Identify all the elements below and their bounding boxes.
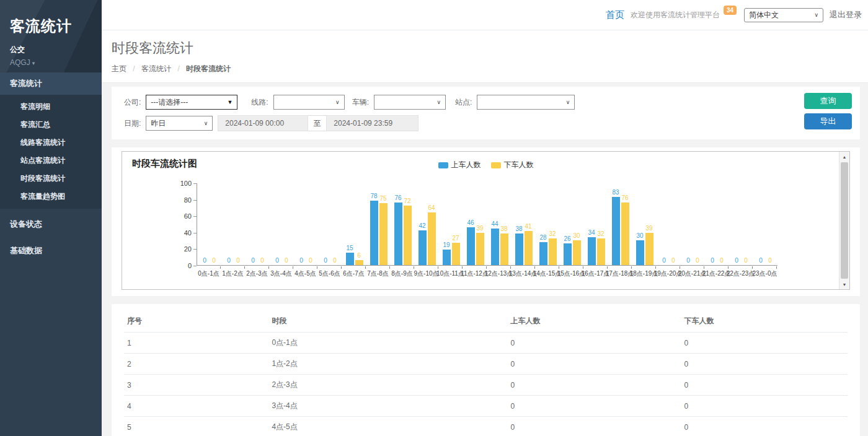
x-tick xyxy=(608,266,632,269)
table-header-cell: 上车人数 xyxy=(508,310,681,333)
x-tick xyxy=(487,266,511,269)
table-cell: 3 xyxy=(124,375,268,396)
welcome-text: 欢迎使用客流统计管理平台 xyxy=(631,10,720,20)
filter-row-1: 公司: ---请选择--- ▼ 线路: ∨ 车辆: ∨ 站点: xyxy=(124,94,848,110)
table-header-cell: 序号 xyxy=(124,310,268,333)
table-row: 10点-1点00 xyxy=(124,333,848,354)
bar-value-label: 30 xyxy=(636,232,643,239)
chart-panel: 时段车流统计图 上车人数 下车人数 0000000000001567875767… xyxy=(112,147,860,296)
filter-actions: 查询 导出 xyxy=(804,93,852,129)
company-value: ---请选择--- xyxy=(151,97,188,108)
bar-group: 3432 xyxy=(584,183,608,265)
table-cell: 0 xyxy=(508,396,681,417)
chart-title: 时段车流统计图 xyxy=(132,158,197,170)
x-axis-label: 8点-9点 xyxy=(390,269,414,278)
legend-item-boarding[interactable]: 上车人数 xyxy=(438,160,481,170)
bar-value-label: 42 xyxy=(418,222,425,229)
sidebar-subitem[interactable]: 客流明细 xyxy=(0,98,102,116)
x-tick xyxy=(197,266,221,269)
sidebar-subitem[interactable]: 站点客流统计 xyxy=(0,152,102,170)
bar-value-label: 0 xyxy=(236,257,240,264)
x-axis-label: 4点-5点 xyxy=(293,269,317,278)
x-tick xyxy=(438,266,463,269)
bar-group: 7875 xyxy=(366,183,391,265)
bar-group: 00 xyxy=(270,183,294,265)
sidebar-section[interactable]: 客流统计 xyxy=(0,72,102,95)
bar-group: 7672 xyxy=(391,183,415,265)
bar: 28 xyxy=(539,242,547,265)
table-cell: 0 xyxy=(681,396,848,417)
export-button[interactable]: 导出 xyxy=(804,113,852,129)
bar: 78 xyxy=(370,201,378,265)
bar: 38 xyxy=(515,233,523,265)
scroll-down-arrow-icon[interactable]: ▼ xyxy=(839,279,849,289)
bar: 39 xyxy=(645,233,653,265)
y-axis-label: 100 xyxy=(170,180,192,187)
x-tick xyxy=(269,266,293,269)
sidebar-subitem[interactable]: 客流汇总 xyxy=(0,116,102,134)
bar: 83 xyxy=(612,197,620,265)
legend-item-alighting[interactable]: 下车人数 xyxy=(491,160,534,170)
sidebar-section[interactable]: 基础数据 xyxy=(0,240,102,262)
line-label: 线路: xyxy=(251,97,268,108)
table-row: 21点-2点00 xyxy=(124,354,848,375)
station-select[interactable]: ∨ xyxy=(477,95,575,110)
company-label: 公司: xyxy=(124,97,141,108)
bar-value-label: 0 xyxy=(671,257,675,264)
x-axis-label: 14点-15点 xyxy=(535,269,559,278)
x-tick xyxy=(511,266,535,269)
x-tick xyxy=(293,266,317,269)
user-menu[interactable]: AQGJ▾ xyxy=(10,58,92,67)
company-select[interactable]: ---请选择--- ▼ xyxy=(146,95,237,110)
y-axis-label: 20 xyxy=(170,245,192,253)
breadcrumb-section[interactable]: 客流统计 xyxy=(141,64,171,73)
sidebar-subitem[interactable]: 时段客流统计 xyxy=(0,170,102,188)
legend-swatch-blue xyxy=(438,162,448,168)
bar-group: 3841 xyxy=(512,183,536,265)
date-preset-select[interactable]: 昨日 ∨ xyxy=(146,116,213,131)
table-cell: 0 xyxy=(508,417,681,436)
x-tick xyxy=(656,266,680,269)
x-axis-label: 18点-19点 xyxy=(632,269,656,278)
date-from-input[interactable]: 2024-01-09 00:00 xyxy=(218,115,308,131)
bar: 39 xyxy=(476,233,484,265)
sidebar-section[interactable]: 设备状态 xyxy=(0,213,102,235)
line-select[interactable]: ∨ xyxy=(273,95,345,110)
notification-badge[interactable]: 34 xyxy=(724,6,737,15)
scrollbar-thumb[interactable] xyxy=(841,162,848,279)
bar: 46 xyxy=(467,227,475,265)
bar-group: 2630 xyxy=(560,183,584,265)
date-label: 日期: xyxy=(124,118,141,129)
query-button[interactable]: 查询 xyxy=(804,93,852,109)
vehicle-select[interactable]: ∨ xyxy=(374,95,446,110)
y-axis-label: 0 xyxy=(170,262,192,269)
bar-group: 4264 xyxy=(415,183,439,265)
sidebar-subitem[interactable]: 客流量趋势图 xyxy=(0,188,102,206)
bar: 6 xyxy=(355,260,363,265)
sidebar-subitem[interactable]: 线路客流统计 xyxy=(0,134,102,152)
x-axis-label: 13点-14点 xyxy=(511,269,535,278)
language-select[interactable]: 简体中文 ∨ xyxy=(744,8,823,22)
bar-value-label: 76 xyxy=(394,194,401,201)
bar-value-label: 0 xyxy=(260,257,264,264)
home-link[interactable]: 首页 xyxy=(606,9,624,21)
bar: 27 xyxy=(452,243,460,265)
logout-link[interactable]: 退出登录 xyxy=(830,9,862,20)
bar-value-label: 0 xyxy=(744,257,748,264)
chevron-down-icon: ∨ xyxy=(204,120,208,126)
bar-value-label: 0 xyxy=(768,257,772,264)
bar-group: 00 xyxy=(318,183,342,265)
table-cell: 0 xyxy=(508,333,681,354)
bar-value-label: 38 xyxy=(500,225,507,232)
bar-value-label: 19 xyxy=(443,242,450,248)
breadcrumb-home[interactable]: 主页 xyxy=(112,64,126,73)
table-row: 43点-4点00 xyxy=(124,396,848,417)
chart-scrollbar[interactable]: ▲ ▼ xyxy=(839,152,849,289)
y-axis-label: 80 xyxy=(170,196,192,204)
table-cell: 0点-1点 xyxy=(268,333,507,354)
x-tick xyxy=(366,266,390,269)
date-to-input[interactable]: 2024-01-09 23:59 xyxy=(326,115,418,131)
bar-value-label: 44 xyxy=(491,220,498,227)
scroll-up-arrow-icon[interactable]: ▲ xyxy=(839,152,849,162)
table-cell: 2点-3点 xyxy=(268,375,507,396)
